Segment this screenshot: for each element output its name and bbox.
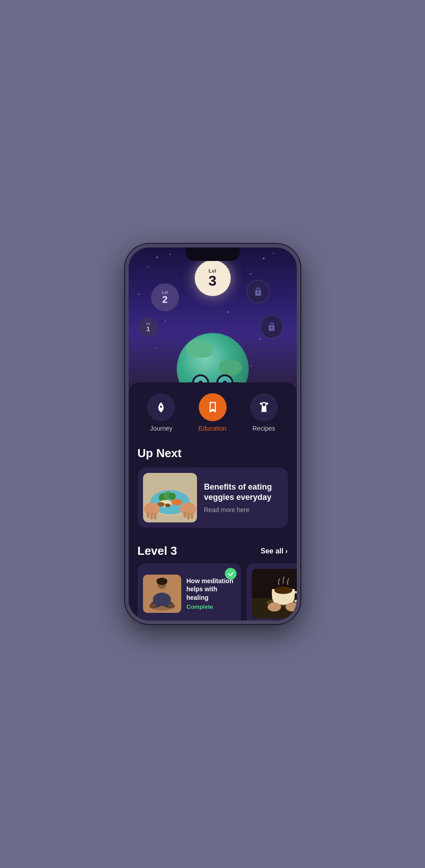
meditation-card-image xyxy=(143,575,181,613)
star-6: ✦ xyxy=(273,252,274,255)
level3-cards: How meditation helps with healing Comple… xyxy=(129,563,297,621)
level-1-circle[interactable]: lvl 1 xyxy=(139,317,158,337)
recipes-icon-circle xyxy=(250,393,278,421)
up-next-text: Benefits of eating veggies everyday Read… xyxy=(204,482,282,514)
svg-rect-13 xyxy=(150,513,153,520)
star-3: ✦ xyxy=(147,265,148,268)
phone-screen: ✦ ✦ ✦ ✦ ✦ ✦ ✦ ✦ ✦ ✦ ✦ ✦ Lvl 3 Lvl 2 xyxy=(129,247,297,621)
chevron-right-icon: › xyxy=(285,547,287,555)
level3-header: Level 3 See all › xyxy=(129,537,297,563)
level3-title: Level 3 xyxy=(138,544,177,558)
star-5: ✦ xyxy=(262,256,265,261)
book-icon xyxy=(206,401,219,414)
see-all-button[interactable]: See all › xyxy=(260,547,287,555)
svg-point-9 xyxy=(165,504,170,507)
rocket-icon xyxy=(155,401,167,414)
up-next-title: Up Next xyxy=(138,446,182,460)
lock-icon-2 xyxy=(267,322,277,332)
lock-icon-1 xyxy=(253,287,263,297)
level-3-circle[interactable]: Lvl 3 xyxy=(195,260,231,296)
complete-check-badge xyxy=(225,568,237,580)
svg-point-34 xyxy=(268,603,281,612)
level-2-circle[interactable]: Lvl 2 xyxy=(151,283,179,311)
level-1-number: 1 xyxy=(146,325,150,332)
svg-rect-17 xyxy=(191,513,193,519)
tab-journey[interactable]: Journey xyxy=(147,393,175,432)
svg-point-5 xyxy=(169,493,176,500)
star-7: ✦ xyxy=(138,292,140,296)
meditation-card-text: How meditation helps with healing Comple… xyxy=(187,577,236,610)
volume-down-button[interactable] xyxy=(125,320,126,335)
education-icon-circle xyxy=(199,393,227,421)
star-2: ✦ xyxy=(169,253,171,256)
journey-icon-circle xyxy=(147,393,175,421)
meditation-card-title: How meditation helps with healing xyxy=(187,577,236,602)
power-button[interactable] xyxy=(300,310,300,333)
up-next-header: Up Next xyxy=(129,439,297,466)
svg-rect-16 xyxy=(187,513,190,520)
lock-circle-2 xyxy=(260,315,283,338)
star-12: ✦ xyxy=(227,310,229,314)
food-bowl-illustration xyxy=(143,473,197,522)
svg-point-23 xyxy=(160,578,164,582)
svg-point-6 xyxy=(171,499,182,505)
education-label: Education xyxy=(198,425,226,432)
star-10: ✦ xyxy=(259,337,261,341)
coffee-card-image xyxy=(252,569,297,618)
phone-frame: ✦ ✦ ✦ ✦ ✦ ✦ ✦ ✦ ✦ ✦ ✦ ✦ Lvl 3 Lvl 2 xyxy=(125,244,300,624)
tab-bar: Journey Education xyxy=(129,382,297,439)
star-4: ✦ xyxy=(250,272,252,275)
svg-point-33 xyxy=(274,587,292,594)
coffee-svg xyxy=(252,569,297,618)
up-next-card-title: Benefits of eating veggies everyday xyxy=(204,482,282,503)
journey-label: Journey xyxy=(150,425,173,432)
coffee-illustration xyxy=(252,569,297,618)
up-next-image xyxy=(143,473,197,522)
hero-section: ✦ ✦ ✦ ✦ ✦ ✦ ✦ ✦ ✦ ✦ ✦ ✦ Lvl 3 Lvl 2 xyxy=(129,247,297,391)
see-all-label: See all xyxy=(260,547,283,555)
star-8: ✦ xyxy=(165,319,166,322)
meditation-svg xyxy=(143,575,181,613)
star-9: ✦ xyxy=(156,346,157,349)
svg-point-29 xyxy=(152,606,172,611)
volume-up-button[interactable] xyxy=(125,301,126,316)
svg-rect-12 xyxy=(147,512,149,518)
level-2-number: 2 xyxy=(162,295,167,305)
star-1: ✦ xyxy=(156,256,159,260)
chef-icon xyxy=(258,401,270,414)
level-card-coffee[interactable] xyxy=(246,563,297,621)
svg-rect-15 xyxy=(183,512,186,518)
notch xyxy=(186,247,240,261)
recipes-label: Recipes xyxy=(252,425,275,432)
lock-circle-1 xyxy=(246,280,270,303)
svg-rect-14 xyxy=(154,513,157,520)
level-card-meditation[interactable]: How meditation helps with healing Comple… xyxy=(138,563,241,621)
checkmark-icon xyxy=(228,571,234,577)
content-area: Journey Education xyxy=(129,382,297,621)
meditation-illustration xyxy=(143,575,181,613)
level-3-number: 3 xyxy=(209,274,217,288)
meditation-card-status: Complete xyxy=(187,603,236,610)
tab-recipes[interactable]: Recipes xyxy=(250,393,278,432)
up-next-card-subtitle: Read more here xyxy=(204,506,282,513)
up-next-card[interactable]: Benefits of eating veggies everyday Read… xyxy=(138,468,288,528)
tab-education[interactable]: Education xyxy=(198,393,226,432)
